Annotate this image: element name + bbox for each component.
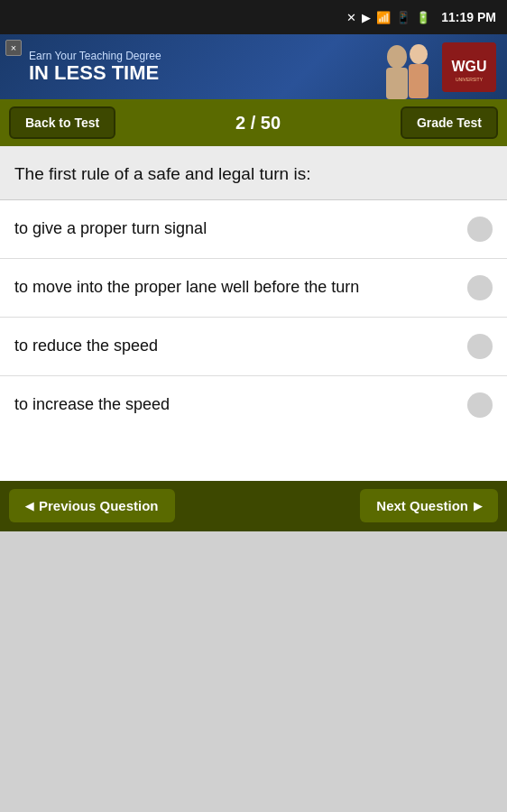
navigation-bar: Previous Question Next Question <box>0 481 507 531</box>
answer-option-1[interactable]: to give a proper turn signal <box>0 200 507 259</box>
back-to-test-button[interactable]: Back to Test <box>9 106 115 139</box>
answers-list: to give a proper turn signal to move int… <box>0 200 507 481</box>
svg-rect-1 <box>386 68 408 99</box>
answer-option-3[interactable]: to reduce the speed <box>0 318 507 376</box>
radio-button-2[interactable] <box>467 275 493 300</box>
previous-question-button[interactable]: Previous Question <box>9 489 175 522</box>
svg-point-2 <box>410 44 428 64</box>
clock: 11:19 PM <box>441 10 496 24</box>
radio-button-1[interactable] <box>467 217 493 242</box>
ad-logo: WGU UNIVERSITY <box>442 42 496 92</box>
wgu-logo-graphic: WGU UNIVERSITY <box>445 42 494 92</box>
toolbar: Back to Test 2 / 50 Grade Test <box>0 99 507 146</box>
signal-blocked-icon: ✕ <box>346 11 356 24</box>
svg-text:UNIVERSITY: UNIVERSITY <box>455 77 483 82</box>
status-bar: ✕ ▶ 📶 📱 🔋 11:19 PM <box>0 0 507 34</box>
answer-label-3: to reduce the speed <box>14 336 467 356</box>
ad-banner: × Earn Your Teaching Degree IN LESS TIME… <box>0 34 507 99</box>
signal-icon: 📱 <box>396 11 410 24</box>
ad-close-button[interactable]: × <box>5 40 22 56</box>
grade-test-button[interactable]: Grade Test <box>401 106 498 139</box>
svg-rect-3 <box>409 64 429 98</box>
battery-icon: 🔋 <box>416 11 430 24</box>
answer-label-1: to give a proper turn signal <box>14 218 467 239</box>
svg-text:WGU: WGU <box>451 59 486 74</box>
wifi-icon: 📶 <box>376 11 391 24</box>
answer-option-2[interactable]: to move into the proper lane well before… <box>0 259 507 318</box>
answer-label-2: to move into the proper lane well before… <box>14 277 467 298</box>
answer-option-4[interactable]: to increase the speed <box>0 376 507 434</box>
main-content: The first rule of a safe and legal turn … <box>0 146 507 812</box>
ad-people-graphic <box>363 41 444 99</box>
play-icon: ▶ <box>362 11 371 24</box>
question-area: The first rule of a safe and legal turn … <box>0 146 507 200</box>
bottom-gray-area <box>0 531 507 812</box>
progress-indicator: 2 / 50 <box>235 113 281 134</box>
radio-button-3[interactable] <box>467 334 493 359</box>
svg-point-0 <box>387 45 407 69</box>
status-icons: ✕ ▶ 📶 📱 🔋 11:19 PM <box>346 10 496 24</box>
question-text: The first rule of a safe and legal turn … <box>14 164 310 183</box>
answer-label-4: to increase the speed <box>14 394 467 415</box>
radio-button-4[interactable] <box>467 392 493 418</box>
next-question-button[interactable]: Next Question <box>360 489 498 522</box>
